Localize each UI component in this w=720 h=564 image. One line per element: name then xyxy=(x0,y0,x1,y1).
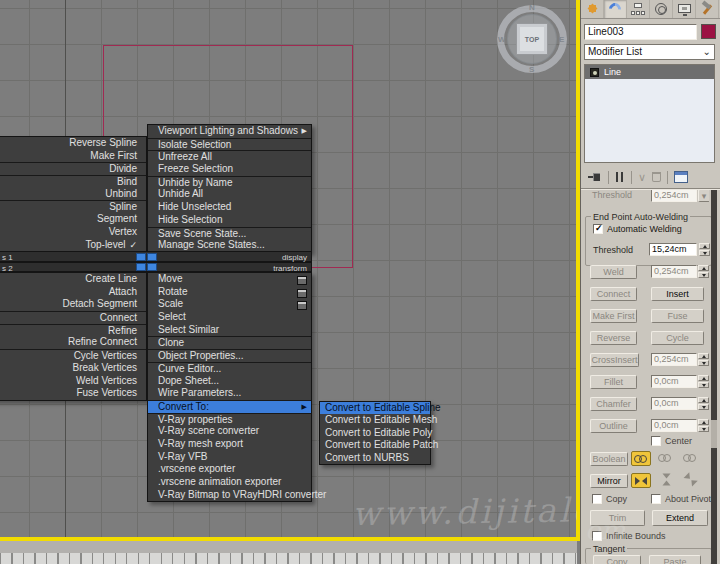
submenu-item[interactable]: Convert to NURBS xyxy=(320,452,430,464)
menu-item[interactable]: Manage Scene States... xyxy=(148,239,311,252)
menu-item[interactable]: Spline xyxy=(0,200,146,213)
menu-item[interactable]: V-Ray VFB xyxy=(148,451,311,464)
modifier-stack-item-line[interactable]: Line xyxy=(585,65,714,79)
menu-item[interactable]: Connect xyxy=(0,311,146,324)
outline-spinner[interactable] xyxy=(698,419,709,432)
boolean-button[interactable]: Boolean xyxy=(590,452,628,466)
menu-item[interactable]: Isolate Selection xyxy=(148,138,311,151)
threshold-field-disabled[interactable]: 0,254cm xyxy=(651,190,697,202)
time-slider-bar[interactable] xyxy=(0,541,577,553)
menu-item[interactable]: Hide Unselected xyxy=(148,201,311,214)
menu-item[interactable]: .vrscene exporter xyxy=(148,463,311,476)
object-name-input[interactable]: Line003 xyxy=(584,24,697,40)
weld-spinner[interactable] xyxy=(698,265,709,278)
make-first-button[interactable]: Make First xyxy=(590,309,637,323)
viewcube-south[interactable]: S xyxy=(529,65,534,74)
menu-item[interactable]: Bind xyxy=(0,175,146,188)
viewcube[interactable]: TOP N E S W xyxy=(497,5,567,73)
submenu-item[interactable]: Convert to Editable Spline xyxy=(320,402,430,414)
quad-square-icon[interactable] xyxy=(136,263,146,271)
tangent-copy-button[interactable]: Copy xyxy=(593,555,641,564)
menu-item[interactable]: Unhide All xyxy=(148,188,311,201)
menu-item[interactable]: .vrscene animation exporter xyxy=(148,476,311,489)
show-end-result-icon[interactable] xyxy=(615,171,625,183)
menu-item[interactable]: Object Properties... xyxy=(148,349,311,362)
menu-item[interactable]: V-Ray Bitmap to VRayHDRI converter xyxy=(148,489,311,502)
mirror-copy-checkbox[interactable]: Copy xyxy=(592,494,627,504)
menu-item[interactable]: Unbind xyxy=(0,188,146,201)
menu-item[interactable]: Create Line xyxy=(0,273,146,286)
chamfer-spinner[interactable] xyxy=(698,397,709,410)
boolean-intersect-icon[interactable] xyxy=(681,451,701,466)
menu-item[interactable]: Save Scene State... xyxy=(148,227,311,240)
menu-item[interactable]: Clone xyxy=(148,336,311,349)
make-unique-icon[interactable]: ∨ xyxy=(638,171,646,183)
menu-item[interactable]: Reverse Spline xyxy=(0,137,146,150)
viewcube-west[interactable]: W xyxy=(498,35,506,44)
menu-item[interactable]: Fuse Vertices xyxy=(0,387,146,400)
menu-item[interactable]: Convert To: xyxy=(148,400,311,413)
viewcube-north[interactable]: N xyxy=(529,3,535,12)
menu-item[interactable]: Select xyxy=(148,311,311,324)
menu-item[interactable]: Break Vertices xyxy=(0,362,146,375)
menu-item[interactable]: Refine Connect xyxy=(0,336,146,349)
fillet-button[interactable]: Fillet xyxy=(590,375,637,389)
menu-item[interactable]: Hide Selection xyxy=(148,214,311,227)
quad-square-icon[interactable] xyxy=(147,253,157,261)
menu-item[interactable]: Segment xyxy=(0,213,146,226)
extend-button[interactable]: Extend xyxy=(652,510,708,526)
tangent-paste-button[interactable]: Paste xyxy=(649,555,701,564)
outline-field[interactable]: 0,0cm xyxy=(651,419,697,432)
menu-item[interactable]: Dope Sheet... xyxy=(148,375,311,388)
rollout-scrollbar[interactable] xyxy=(711,190,717,564)
cross-insert-field[interactable]: 0,254cm xyxy=(651,353,697,366)
modifier-stack[interactable]: Line xyxy=(584,64,715,163)
menu-item[interactable]: Move xyxy=(148,273,311,286)
center-checkbox[interactable]: Center xyxy=(651,436,692,446)
menu-item[interactable]: Select Similar xyxy=(148,324,311,337)
menu-item[interactable]: Curve Editor... xyxy=(148,362,311,375)
menu-item[interactable]: Detach Segment xyxy=(0,298,146,311)
chamfer-field[interactable]: 0,0cm xyxy=(651,397,697,410)
menu-item[interactable]: Unhide by Name xyxy=(148,176,311,189)
auto-weld-threshold-field[interactable]: 15,24cm xyxy=(649,243,697,256)
menu-item[interactable]: Unfreeze All xyxy=(148,150,311,163)
menu-item[interactable]: Viewport Lighting and Shadows xyxy=(148,125,311,138)
configure-modifier-sets-icon[interactable] xyxy=(674,171,688,183)
about-pivot-checkbox[interactable]: About Pivot xyxy=(651,494,711,504)
quad-square-icon[interactable] xyxy=(136,253,146,261)
quad-square-icon[interactable] xyxy=(147,263,157,271)
menu-item[interactable]: Weld Vertices xyxy=(0,375,146,388)
menu-item[interactable]: Top-level xyxy=(0,239,146,252)
menu-item[interactable]: V-Ray mesh export xyxy=(148,438,311,451)
cross-insert-button[interactable]: CrossInsert xyxy=(590,353,639,367)
viewcube-east[interactable]: E xyxy=(559,35,564,44)
menu-item[interactable]: Scale xyxy=(148,298,311,311)
modifier-list-dropdown[interactable]: Modifier List ⌄ xyxy=(584,44,715,60)
tab-create[interactable] xyxy=(581,0,604,18)
menu-item[interactable]: Rotate xyxy=(148,286,311,299)
menu-item[interactable]: Refine xyxy=(0,324,146,337)
fillet-field[interactable]: 0,0cm xyxy=(651,375,697,388)
menu-item[interactable]: Freeze Selection xyxy=(148,163,311,176)
tab-display[interactable] xyxy=(673,0,696,18)
pin-stack-icon[interactable] xyxy=(588,171,602,183)
reverse-button[interactable]: Reverse xyxy=(590,331,637,345)
submenu-item[interactable]: Convert to Editable Patch xyxy=(320,439,430,451)
outline-button[interactable]: Outline xyxy=(590,419,637,433)
menu-item[interactable]: Attach xyxy=(0,286,146,299)
spinner-down-button[interactable]: ▾ xyxy=(698,190,709,202)
tab-modify[interactable] xyxy=(604,0,627,18)
track-bar-ruler[interactable] xyxy=(0,553,577,564)
tab-utilities[interactable] xyxy=(696,0,719,18)
scrollbar-thumb[interactable] xyxy=(711,420,717,448)
connect-button[interactable]: Connect xyxy=(590,287,637,301)
insert-button[interactable]: Insert xyxy=(651,287,704,301)
fillet-spinner[interactable] xyxy=(698,375,709,388)
submenu-item[interactable]: Convert to Editable Mesh xyxy=(320,414,430,426)
tab-hierarchy[interactable] xyxy=(627,0,650,18)
weld-button[interactable]: Weld xyxy=(590,265,637,279)
boolean-subtract-icon[interactable] xyxy=(656,451,676,466)
submenu-item[interactable]: Convert to Editable Poly xyxy=(320,427,430,439)
automatic-welding-checkbox[interactable]: Automatic Welding xyxy=(593,224,682,234)
